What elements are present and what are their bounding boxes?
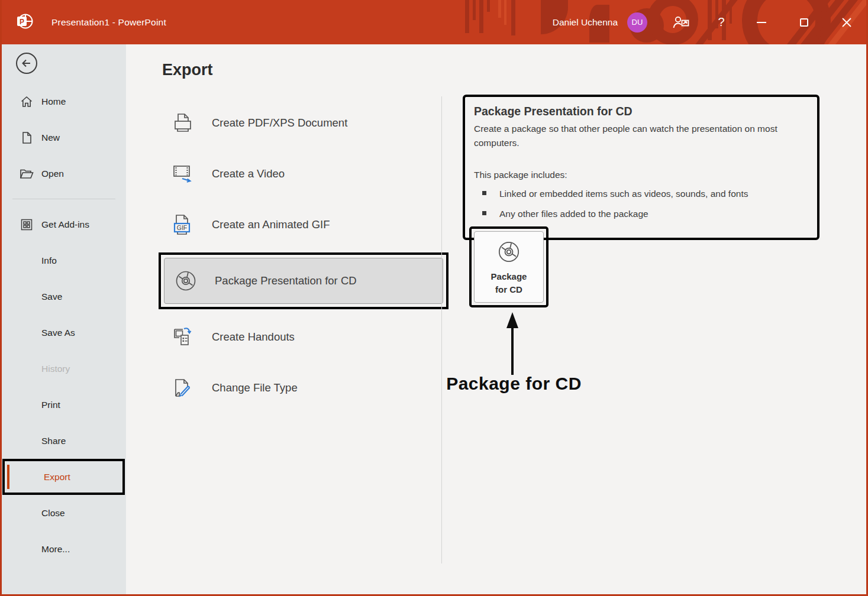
sidebar-item-label: Open	[41, 169, 64, 179]
sidebar-item-save-as[interactable]: Save As	[2, 315, 126, 351]
powerpoint-logo-icon: P	[15, 11, 35, 34]
export-annotation-box: Export	[2, 459, 125, 495]
sidebar-item-label: Print	[41, 400, 60, 410]
title-bar: P Presentation1 - PowerPoint Daniel Uche…	[2, 0, 866, 44]
option-create-video[interactable]: Create a Video	[159, 148, 454, 199]
minimize-icon[interactable]	[748, 9, 775, 36]
button-label-line1: Package	[491, 270, 527, 284]
cd-disc-icon	[495, 238, 523, 266]
detail-includes-label: This package includes:	[474, 170, 806, 180]
annotation-label: Package for CD	[433, 374, 595, 394]
bullet-text: Any other files added to the package	[499, 208, 648, 221]
sidebar-item-save[interactable]: Save	[2, 278, 126, 315]
share-presence-icon[interactable]	[667, 9, 695, 36]
sidebar-item-home[interactable]: Home	[2, 83, 126, 119]
sidebar-item-label: Close	[41, 508, 65, 519]
open-folder-icon	[20, 168, 34, 180]
avatar[interactable]: DU	[627, 12, 647, 33]
bullet-text: Linked or embedded items such as videos,…	[499, 187, 748, 200]
button-label-line2: for CD	[495, 283, 522, 297]
film-arrow-icon	[169, 160, 196, 187]
help-icon[interactable]: ?	[708, 9, 735, 36]
sidebar-menu: Home New Open	[2, 83, 126, 567]
option-label: Create PDF/XPS Document	[212, 116, 347, 129]
bullet-item: Linked or embedded items such as videos,…	[474, 187, 806, 200]
option-label: Create a Video	[212, 167, 285, 180]
home-icon	[20, 95, 34, 108]
export-page: Export Create PDF/XPS Document	[126, 44, 866, 594]
option-label: Package Presentation for CD	[215, 274, 357, 287]
column-divider	[441, 96, 442, 563]
sidebar-item-label: Export	[44, 472, 70, 482]
option-label: Change File Type	[212, 381, 298, 394]
detail-title: Package Presentation for CD	[474, 105, 806, 118]
option-create-animated-gif[interactable]: GIF Create an Animated GIF	[159, 199, 454, 250]
option-label: Create Handouts	[212, 331, 295, 344]
backstage-sidebar: Home New Open	[2, 44, 126, 594]
option-create-handouts[interactable]: Create Handouts	[159, 312, 454, 362]
cd-disc-icon	[172, 267, 199, 294]
user-name: Daniel Uchenna	[553, 17, 618, 28]
new-document-icon	[20, 131, 34, 144]
sidebar-item-print[interactable]: Print	[2, 387, 126, 423]
option-create-pdf-xps[interactable]: Create PDF/XPS Document	[159, 98, 454, 148]
sidebar-item-label: More...	[41, 544, 70, 555]
back-button[interactable]	[16, 53, 37, 74]
active-item-accent	[7, 465, 9, 489]
sidebar-item-share[interactable]: Share	[2, 423, 126, 459]
sidebar-item-new[interactable]: New	[2, 119, 126, 156]
sidebar-item-export[interactable]: Export	[5, 461, 122, 493]
gif-document-icon: GIF	[169, 211, 196, 238]
detail-description: Create a package so that other people ca…	[474, 122, 805, 150]
handouts-screen-icon	[169, 323, 196, 351]
bullet-square-icon	[482, 191, 486, 195]
svg-text:P: P	[20, 17, 24, 25]
sidebar-item-label: Home	[41, 96, 66, 107]
option-package-presentation-for-cd[interactable]: Package Presentation for CD	[164, 258, 443, 304]
svg-text:GIF: GIF	[177, 224, 188, 231]
package-cd-detail-annotation-box: Package Presentation for CD Create a pac…	[463, 95, 819, 240]
package-for-cd-annotation-box: Package Presentation for CD	[159, 252, 448, 309]
sidebar-item-history: History	[2, 351, 126, 387]
detail-bullet-list: Linked or embedded items such as videos,…	[474, 187, 806, 220]
file-pencil-icon	[169, 374, 196, 401]
sidebar-item-info[interactable]: Info	[2, 242, 126, 278]
sidebar-item-label: Save	[41, 291, 62, 302]
sidebar-item-label: New	[41, 132, 60, 143]
option-label: Create an Animated GIF	[212, 218, 330, 231]
printer-document-icon	[169, 109, 196, 137]
sidebar-item-close[interactable]: Close	[2, 495, 126, 531]
bullet-item: Any other files added to the package	[474, 208, 806, 221]
sidebar-item-open[interactable]: Open	[2, 156, 126, 192]
annotation-arrow-icon	[501, 312, 524, 376]
add-ins-grid-icon	[20, 218, 34, 231]
sidebar-item-label: History	[41, 364, 70, 374]
package-for-cd-button[interactable]: Package for CD	[474, 231, 544, 303]
window-title: Presentation1 - PowerPoint	[51, 17, 166, 28]
sidebar-item-label: Get Add-ins	[41, 219, 89, 230]
close-icon[interactable]	[833, 9, 860, 36]
bullet-square-icon	[482, 211, 486, 215]
sidebar-item-label: Save As	[41, 328, 75, 338]
sidebar-item-get-addins[interactable]: Get Add-ins	[2, 206, 126, 242]
package-cd-button-annotation-box: Package for CD	[469, 226, 548, 307]
powerpoint-window: P Presentation1 - PowerPoint Daniel Uche…	[0, 0, 868, 596]
sidebar-divider	[12, 199, 115, 199]
sidebar-item-label: Share	[41, 436, 66, 446]
sidebar-item-label: Info	[41, 255, 57, 266]
option-change-file-type[interactable]: Change File Type	[159, 362, 454, 413]
page-title: Export	[162, 61, 866, 79]
sidebar-item-more[interactable]: More...	[2, 531, 126, 567]
maximize-icon[interactable]	[790, 9, 818, 36]
export-options-list: Create PDF/XPS Document	[159, 98, 454, 413]
